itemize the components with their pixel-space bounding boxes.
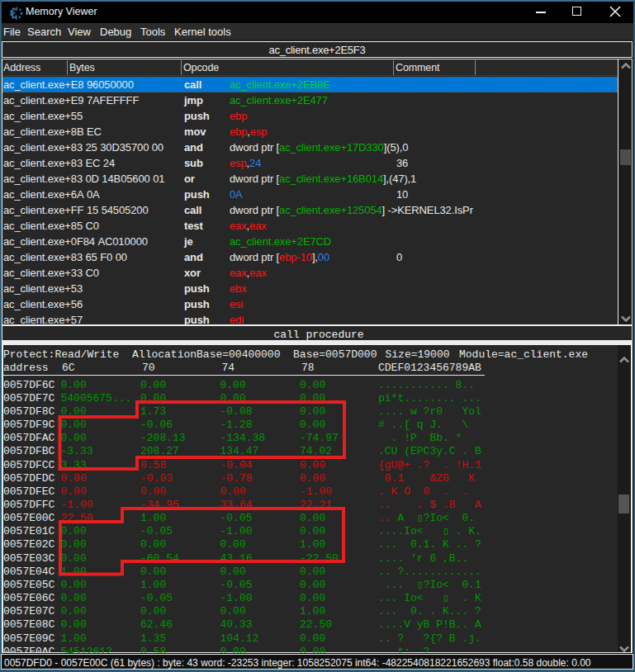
- svg-text:€: €: [11, 7, 18, 20]
